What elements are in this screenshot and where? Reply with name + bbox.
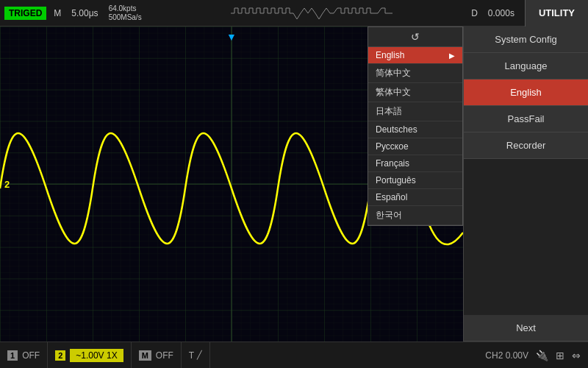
ch1-num: 1 — [7, 350, 18, 361]
lang-label-french: Français — [376, 158, 409, 169]
time-div: 5.00μs — [71, 8, 98, 18]
lang-item-french[interactable]: Français — [368, 155, 462, 172]
t-segment: T ╱ — [182, 342, 210, 368]
m-label: M — [54, 8, 61, 18]
trig-slope-icon: ╱ — [197, 350, 202, 360]
lang-dropdown: ↺ English ▶ 简体中文 繁体中文 日本語 Deutsches Русс… — [368, 26, 463, 226]
bottom-bar: 1 OFF 2 ~1.00V 1X M OFF T ╱ CH2 0.00V 🔌 … — [0, 342, 588, 368]
right-panel: System Config Language English PassFail … — [463, 26, 588, 342]
trig-d-label: D — [471, 8, 478, 18]
language-button[interactable]: Language — [464, 53, 588, 79]
lang-label-trad-chinese: 繁体中文 — [376, 86, 411, 99]
lang-label-deutsch: Deutsches — [376, 124, 417, 135]
ch2-num: 2 — [55, 350, 65, 361]
lang-refresh[interactable]: ↺ — [368, 27, 462, 47]
top-bar: TRIGED M 5.00μs 64.0kpts 500MSa/s D 0.00… — [0, 0, 588, 26]
triged-badge: TRIGED — [4, 7, 46, 20]
lang-label-simp-chinese: 简体中文 — [376, 67, 411, 79]
ch2-voltage: CH2 0.00V — [485, 350, 528, 361]
t-label: T — [189, 350, 194, 361]
refresh-icon: ↺ — [411, 31, 420, 43]
ch1-state: OFF — [22, 350, 40, 361]
ch1-segment: 1 OFF — [0, 342, 48, 368]
utility-tab[interactable]: UTILITY — [525, 0, 588, 26]
lang-item-deutsch[interactable]: Deutsches — [368, 121, 462, 138]
bot-right: CH2 0.00V 🔌 ⊞ ⇔ — [485, 350, 588, 361]
ch2-info: ~1.00V 1X — [70, 349, 123, 362]
english-button[interactable]: English — [464, 79, 588, 106]
expand-icon: ⊞ — [556, 350, 564, 361]
lang-check-english: ▶ — [449, 52, 455, 60]
usb-icon: 🔌 — [536, 350, 548, 361]
ch2-segment[interactable]: 2 ~1.00V 1X — [48, 342, 132, 368]
lang-item-portuguese[interactable]: Português — [368, 172, 462, 189]
lang-item-japanese[interactable]: 日本語 — [368, 102, 462, 121]
lang-label-english: English — [376, 50, 404, 60]
m-ch3-state: OFF — [156, 350, 173, 361]
lang-item-english[interactable]: English ▶ — [368, 47, 462, 64]
lang-item-trad-chinese[interactable]: 繁体中文 — [368, 83, 462, 102]
lang-label-korean: 한국어 — [376, 209, 402, 222]
lang-label-portuguese: Português — [376, 175, 416, 185]
pts-label: 64.0kpts 500MSa/s — [109, 4, 142, 22]
system-config-button[interactable]: System Config — [464, 26, 588, 53]
lang-item-spanish[interactable]: Español — [368, 189, 462, 206]
trigger-waveform-display — [152, 6, 472, 21]
lang-label-spanish: Español — [376, 192, 407, 202]
m-num: M — [139, 350, 151, 361]
recorder-button[interactable]: Recorder — [464, 132, 588, 159]
arrows-icon: ⇔ — [572, 350, 581, 361]
ch2-marker: 2 — [4, 179, 10, 190]
time-display: 0.000s — [488, 8, 514, 18]
lang-label-japanese: 日本語 — [376, 105, 402, 118]
passfail-button[interactable]: PassFail — [464, 106, 588, 132]
m-segment: M OFF — [132, 342, 182, 368]
lang-item-korean[interactable]: 한국어 — [368, 206, 462, 225]
trigger-marker: ▼ — [226, 31, 237, 43]
lang-item-russian[interactable]: Русское — [368, 138, 462, 155]
lang-item-simp-chinese[interactable]: 简体中文 — [368, 64, 462, 83]
next-button[interactable]: Next — [464, 315, 588, 342]
lang-label-russian: Русское — [376, 141, 409, 152]
